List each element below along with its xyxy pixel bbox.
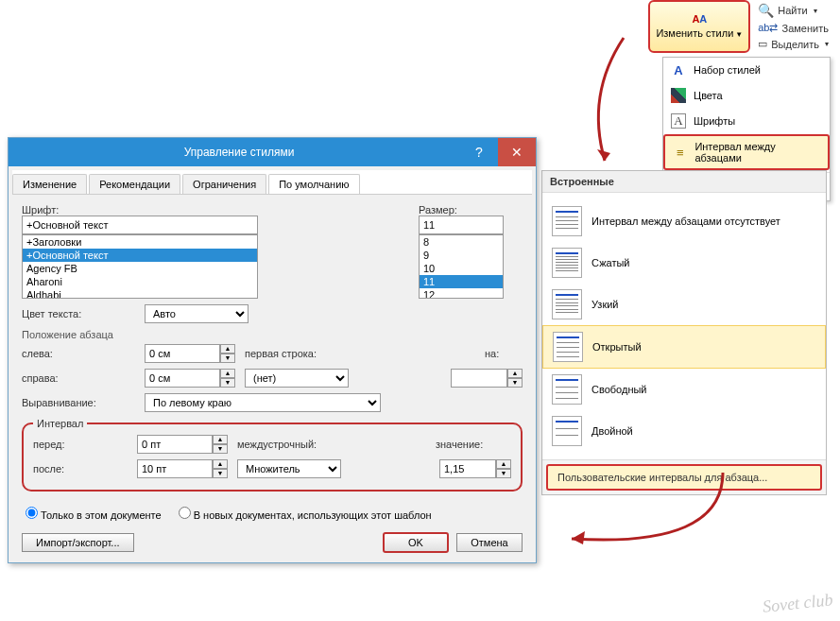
spin-up-icon[interactable]: ▲ [496,459,511,469]
select-button[interactable]: ▭ Выделить ▾ [756,37,831,51]
left-label: слева: [22,348,135,359]
change-styles-button[interactable]: AA Изменить стили▼ [648,0,750,53]
tab-recommend[interactable]: Рекомендации [89,174,180,194]
firstline-label: первая строка: [245,348,320,359]
align-select[interactable]: По левому краю [145,393,381,412]
spin-up-icon[interactable]: ▲ [507,369,523,378]
ribbon-area: AA Изменить стили▼ 🔍 Найти ▾ ab⇄ Заменит… [648,0,831,53]
spacing-label: Интервал между абзацами отсутствует [591,216,780,227]
list-item[interactable]: 11 [420,275,503,288]
right-input[interactable] [145,369,220,388]
dialog-tabs: Изменение Рекомендации Ограничения По ум… [12,170,532,195]
ribbon-editing-group: 🔍 Найти ▾ ab⇄ Заменить ▭ Выделить ▾ [756,0,831,53]
help-button[interactable]: ? [460,138,498,166]
list-item[interactable]: 10 [420,262,503,275]
list-item[interactable]: 8 [420,235,503,249]
spacing-label: Свободный [591,384,647,395]
spin-down-icon[interactable]: ▼ [213,469,228,478]
tab-restrict[interactable]: Ограничения [182,174,266,194]
radio-label: Только в этом документе [41,509,162,521]
spacing-free[interactable]: Свободный [542,369,826,410]
spacing-swatch-icon [552,416,582,446]
list-item[interactable]: 12 [420,288,503,299]
spacing-none[interactable]: Интервал между абзацами отсутствует [542,200,826,242]
value-spinner[interactable]: ▲▼ [439,459,511,478]
spin-down-icon[interactable]: ▼ [220,354,235,363]
spin-up-icon[interactable]: ▲ [220,344,235,354]
tab-modify[interactable]: Изменение [12,174,87,194]
radio-this-input[interactable] [26,507,38,519]
before-input[interactable] [137,435,213,454]
radio-new-docs[interactable]: В новых документах, использующих этот ша… [179,507,432,521]
spin-down-icon[interactable]: ▼ [496,469,511,478]
find-button[interactable]: 🔍 Найти ▾ [756,2,831,19]
font-listbox[interactable]: +Заголовки +Основной текст Agency FB Aha… [22,234,258,299]
before-spinner[interactable]: ▲▼ [137,435,228,454]
right-spinner[interactable]: ▲▼ [145,369,235,388]
list-item[interactable]: +Основной текст [23,249,257,262]
size-label: Размер: [419,204,523,216]
spin-up-icon[interactable]: ▲ [213,435,228,444]
spin-up-icon[interactable]: ▲ [213,459,228,469]
on-spinner[interactable]: ▲▼ [451,369,523,388]
textcolor-select[interactable]: Авто [145,304,249,323]
spacing-compact[interactable]: Сжатый [542,242,826,284]
menu-fonts[interactable]: A Шрифты [663,109,830,134]
radio-label: В новых документах, использующих этот ша… [194,509,432,521]
size-input[interactable] [419,216,504,234]
after-label: после: [33,463,128,474]
spacing-narrow[interactable]: Узкий [542,284,826,325]
dialog-titlebar[interactable]: Управление стилями ? ✕ [9,138,536,166]
spacing-label: Сжатый [591,257,630,268]
list-item[interactable]: Aldhabi [23,288,257,299]
interval-legend: Интервал [33,418,87,429]
radio-new-input[interactable] [179,507,191,519]
spacing-double[interactable]: Двойной [542,410,826,452]
radio-this-doc[interactable]: Только в этом документе [26,507,162,521]
spin-down-icon[interactable]: ▼ [213,444,228,454]
spacing-open[interactable]: Открытый [542,325,826,369]
font-input[interactable] [22,216,258,234]
left-spinner[interactable]: ▲▼ [145,344,235,363]
custom-spacing-link[interactable]: Пользовательские интервалы для абзаца... [546,464,822,491]
menu-label: Интервал между абзацами [694,141,820,164]
spacing-label: Открытый [592,341,642,353]
dialog-title: Управление стилями [18,146,460,159]
list-item[interactable]: 9 [420,249,503,262]
list-item[interactable]: Agency FB [23,262,257,275]
spacing-swatch-icon [552,206,582,236]
value-label: значение: [436,439,511,450]
firstline-select[interactable]: (нет) [245,369,349,388]
import-export-button[interactable]: Импорт/экспорт... [22,533,134,552]
spin-up-icon[interactable]: ▲ [220,369,235,378]
interval-group: Интервал перед: ▲▼ междустрочный: значен… [22,418,523,492]
menu-colors[interactable]: Цвета [663,83,830,109]
on-input[interactable] [451,369,507,388]
menu-paragraph-spacing[interactable]: ≡ Интервал между абзацами [663,134,830,170]
textcolor-label: Цвет текста: [22,308,135,319]
after-spinner[interactable]: ▲▼ [137,459,228,478]
ok-button[interactable]: OK [383,532,449,553]
change-styles-label: Изменить стили [656,27,733,39]
value-input[interactable] [439,459,496,478]
menu-style-set[interactable]: A Набор стилей [663,58,830,83]
colors-icon [671,88,686,103]
list-item[interactable]: Aharoni [23,275,257,288]
spin-down-icon[interactable]: ▼ [507,378,523,388]
linespacing-select[interactable]: Множитель [237,459,341,478]
change-styles-icon: AA [692,6,707,27]
para-position-header: Положение абзаца [22,329,523,340]
left-input[interactable] [145,344,220,363]
cancel-button[interactable]: Отмена [456,533,523,552]
manage-styles-dialog: Управление стилями ? ✕ Изменение Рекомен… [8,137,537,563]
close-button[interactable]: ✕ [498,138,536,166]
tab-defaults[interactable]: По умолчанию [268,174,359,194]
after-input[interactable] [137,459,213,478]
spin-down-icon[interactable]: ▼ [220,378,235,388]
replace-button[interactable]: ab⇄ Заменить [756,21,831,35]
menu-label: Шрифты [694,115,735,127]
list-item[interactable]: +Заголовки [23,235,257,249]
select-label: Выделить [771,39,819,50]
font-label: Шрифт: [22,204,409,216]
size-listbox[interactable]: 8 9 10 11 12 [419,234,504,299]
